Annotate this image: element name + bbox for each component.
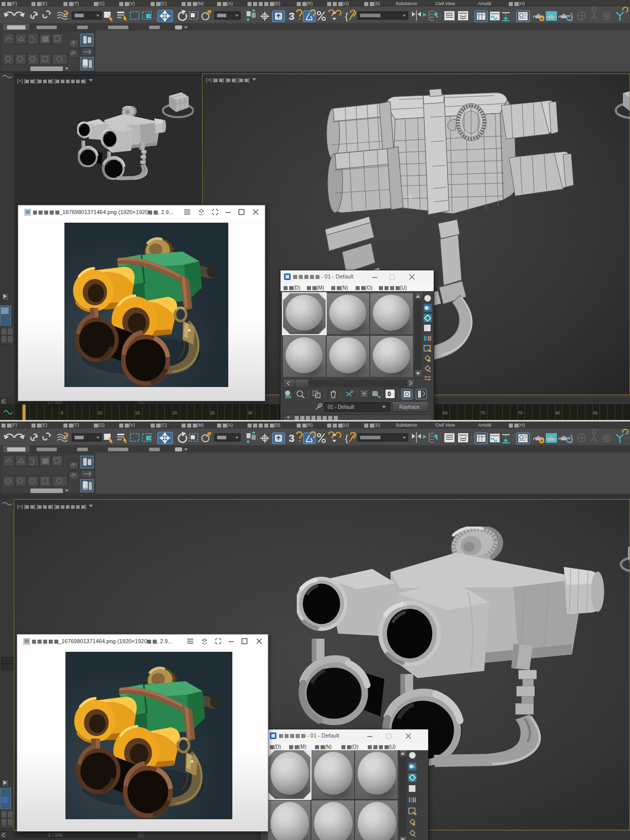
svg-text:0: 0 bbox=[388, 391, 391, 398]
